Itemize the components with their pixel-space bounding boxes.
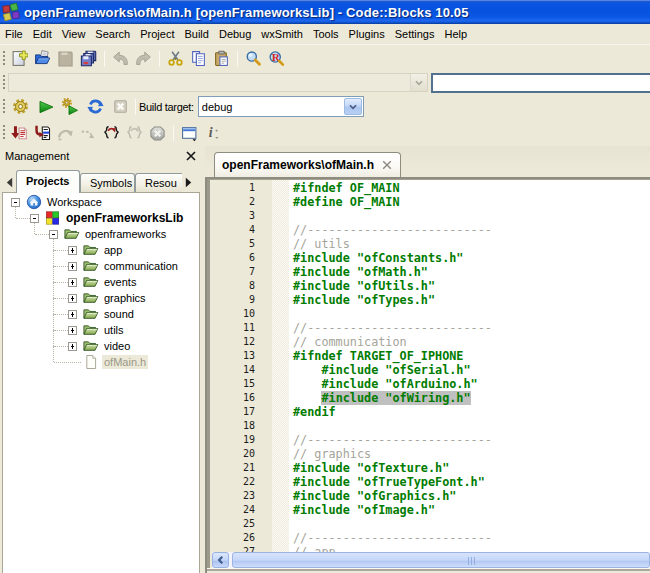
build-target-dropdown-button[interactable] [344, 98, 362, 115]
next-instruction-button[interactable] [77, 122, 100, 145]
horizontal-scrollbar[interactable] [212, 552, 650, 568]
menu-help[interactable]: Help [439, 25, 472, 44]
expander-plus[interactable] [68, 262, 77, 271]
menu-project[interactable]: Project [135, 25, 179, 44]
run-icon [37, 98, 54, 115]
scrollbar-thumb[interactable] [232, 552, 650, 568]
expander-plus[interactable] [68, 294, 77, 303]
expander-minus[interactable] [30, 214, 39, 223]
debug-continue-icon [11, 125, 28, 142]
toolbar-grip[interactable] [3, 99, 6, 115]
stop-debugger-button[interactable] [146, 122, 169, 145]
toolbar-grip[interactable] [3, 125, 6, 141]
menu-edit[interactable]: Edit [28, 25, 57, 44]
management-close-button[interactable] [183, 148, 199, 164]
function-combobox[interactable] [431, 73, 650, 93]
management-tab-symbols[interactable]: Symbols [80, 173, 135, 192]
tree-item-openframeworks[interactable]: openframeworks [49, 226, 168, 242]
run-to-cursor-button[interactable] [31, 122, 54, 145]
expander-plus[interactable] [68, 326, 77, 335]
expander-plus[interactable] [68, 342, 77, 351]
tree-item-utils[interactable]: utils [68, 322, 126, 338]
menu-wxsmith[interactable]: wxSmith [256, 25, 308, 44]
code-text: #ifndef TARGET_OF_IPHONE [293, 349, 463, 363]
tree-connector [54, 362, 81, 363]
open-file-button[interactable] [31, 47, 54, 70]
save-all-button[interactable] [77, 47, 100, 70]
management-tab-projects[interactable]: Projects [16, 170, 80, 193]
menu-file[interactable]: File [0, 25, 28, 44]
code-text: #include "ofGraphics.h" [293, 489, 456, 503]
management-tab-resou[interactable]: Resou [135, 173, 182, 192]
tree-item-sound[interactable]: sound [68, 306, 136, 322]
rebuild-button[interactable] [83, 95, 108, 118]
tab-scroll-left-button[interactable] [3, 174, 16, 191]
management-tabs: ProjectsSymbolsResou [0, 166, 203, 192]
folder-open-green-icon [82, 242, 99, 258]
build-target-combobox[interactable]: debug [198, 96, 364, 117]
build-and-run-button[interactable] [58, 95, 83, 118]
tree-item-label: events [102, 275, 138, 289]
copy-button[interactable] [187, 47, 210, 70]
expander-minus[interactable] [49, 230, 58, 239]
find-button[interactable] [242, 47, 265, 70]
toolbar-grip[interactable] [3, 51, 6, 67]
expander-minus[interactable] [11, 198, 20, 207]
expander-plus[interactable] [68, 310, 77, 319]
tree-item-graphics[interactable]: graphics [68, 290, 148, 306]
code-area[interactable]: #ifndef OF_MAIN#define OF_MAIN //-------… [289, 180, 650, 573]
tree-item-workspace[interactable]: Workspace [11, 194, 104, 210]
toolbar-separator [159, 51, 160, 67]
debugging-windows-button[interactable] [178, 122, 201, 145]
next-line-disabled-icon [57, 125, 74, 142]
codeblocks-logo-icon [2, 3, 20, 21]
menu-build[interactable]: Build [179, 25, 213, 44]
tree-item-openframeworkslib[interactable]: openFrameworksLib [30, 210, 185, 226]
step-into-button[interactable] [100, 122, 123, 145]
run-button[interactable] [33, 95, 58, 118]
new-file-button[interactable] [8, 47, 31, 70]
management-caption: Management [0, 146, 203, 166]
menu-search[interactable]: Search [90, 25, 135, 44]
menu-view[interactable]: View [57, 25, 91, 44]
menu-settings[interactable]: Settings [390, 25, 440, 44]
redo-button[interactable] [132, 47, 155, 70]
expander-plus[interactable] [68, 246, 77, 255]
folder-open-green-icon [82, 306, 99, 322]
next-line-button[interactable] [54, 122, 77, 145]
build-button[interactable] [8, 95, 33, 118]
line-number: 24 [210, 503, 255, 517]
save-button[interactable] [54, 47, 77, 70]
replace-button[interactable] [265, 47, 288, 70]
tree-item-video[interactable]: video [68, 338, 132, 354]
code-line: #include "ofGraphics.h" [293, 489, 650, 503]
scope-combobox[interactable] [8, 73, 428, 92]
tab-scroll-right-button[interactable] [182, 174, 195, 191]
tree-item-communication[interactable]: communication [68, 258, 180, 274]
fold-margin[interactable] [272, 180, 289, 573]
code-text: #include "ofArduino.h" [321, 377, 477, 391]
code-editor[interactable]: 1234567891011121314151617181920212223242… [205, 177, 650, 573]
toolbar-grip[interactable] [3, 75, 6, 91]
menu-debug[interactable]: Debug [214, 25, 256, 44]
editor-tab[interactable]: openFrameworks\ofMain.h [214, 152, 401, 177]
code-line: #include "ofTypes.h" [293, 293, 650, 307]
build-target-value: debug [199, 101, 343, 113]
step-out-button[interactable] [123, 122, 146, 145]
abort-button[interactable] [108, 95, 133, 118]
tree-item-app[interactable]: app [68, 242, 124, 258]
tab-close-icon[interactable] [381, 159, 393, 171]
scrollbar-left-button[interactable] [212, 552, 229, 568]
undo-button[interactable] [109, 47, 132, 70]
various-info-button[interactable] [201, 122, 224, 145]
tree-item-events[interactable]: events [68, 274, 138, 290]
menu-tools[interactable]: Tools [308, 25, 344, 44]
expander-plus[interactable] [68, 278, 77, 287]
cut-button[interactable] [164, 47, 187, 70]
scope-combobox-dropdown-button[interactable] [410, 74, 427, 91]
project-tree[interactable]: WorkspaceopenFrameworksLibopenframeworks… [2, 192, 200, 573]
code-line [293, 517, 650, 531]
paste-button[interactable] [210, 47, 233, 70]
debug-continue-button[interactable] [8, 122, 31, 145]
menu-plugins[interactable]: Plugins [344, 25, 390, 44]
